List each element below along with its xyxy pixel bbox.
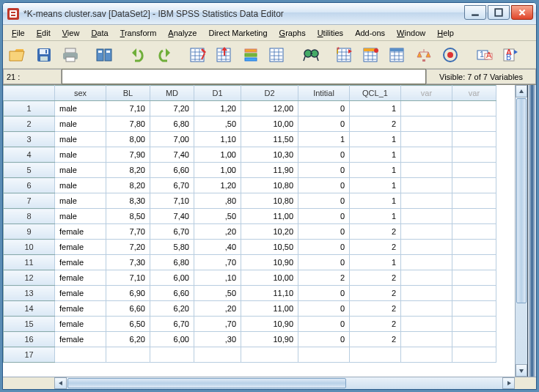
data-grid[interactable]: sex BL MD D1 D2 Intitial QCL_1 var var 1… bbox=[3, 85, 496, 363]
col-var-1[interactable]: var bbox=[401, 86, 452, 101]
cell-d1[interactable]: ,50 bbox=[194, 209, 241, 224]
cell-md[interactable]: 6,80 bbox=[150, 255, 194, 270]
cell-empty[interactable] bbox=[452, 193, 496, 209]
cell-qcl1[interactable]: 2 bbox=[350, 117, 401, 132]
scroll-up-icon[interactable] bbox=[516, 85, 527, 97]
row-header[interactable]: 5 bbox=[4, 163, 55, 178]
cell-qcl1[interactable]: 1 bbox=[350, 193, 401, 209]
cell-bl[interactable]: 7,90 bbox=[106, 147, 150, 163]
cell-d1[interactable]: ,20 bbox=[194, 301, 241, 317]
run-descriptives-icon[interactable] bbox=[265, 43, 289, 67]
cell-empty[interactable] bbox=[452, 255, 496, 270]
cell-d1[interactable]: ,10 bbox=[194, 270, 241, 286]
cell-intitial[interactable]: 0 bbox=[298, 101, 350, 117]
save-icon[interactable] bbox=[32, 43, 56, 67]
cell-qcl1[interactable]: 1 bbox=[350, 178, 401, 193]
scroll-track-vertical[interactable] bbox=[516, 304, 527, 364]
menu-direct-marketing[interactable]: Direct Marketing bbox=[204, 27, 271, 39]
cell-sex[interactable]: female bbox=[55, 270, 106, 286]
col-var-2[interactable]: var bbox=[452, 86, 496, 101]
cell-empty[interactable] bbox=[452, 332, 496, 347]
cell-d2[interactable]: 11,00 bbox=[241, 301, 298, 317]
variables-icon[interactable] bbox=[239, 43, 263, 67]
undo-icon[interactable] bbox=[126, 43, 150, 67]
cell-md[interactable]: 6,70 bbox=[150, 178, 194, 193]
row-header[interactable]: 3 bbox=[4, 132, 55, 147]
cell-d1[interactable]: 1,20 bbox=[194, 178, 241, 193]
cell-d1[interactable]: ,70 bbox=[194, 317, 241, 332]
row-header[interactable]: 11 bbox=[4, 255, 55, 270]
cell-empty[interactable] bbox=[452, 301, 496, 317]
cell-d1[interactable]: 1,10 bbox=[194, 132, 241, 147]
cell-intitial[interactable]: 0 bbox=[298, 117, 350, 132]
cell-md[interactable]: 6,80 bbox=[150, 117, 194, 132]
cell-bl[interactable]: 6,90 bbox=[106, 286, 150, 301]
scroll-left-icon[interactable] bbox=[54, 377, 67, 389]
cell-d2[interactable]: 10,00 bbox=[241, 270, 298, 286]
cell-md[interactable]: 6,20 bbox=[150, 301, 194, 317]
value-labels-icon[interactable]: 1A bbox=[472, 43, 496, 67]
cell-empty[interactable] bbox=[401, 117, 452, 132]
scroll-track-horizontal[interactable] bbox=[347, 377, 502, 389]
cell-empty[interactable] bbox=[452, 117, 496, 132]
cell-d1[interactable]: ,70 bbox=[194, 255, 241, 270]
row-header[interactable]: 12 bbox=[4, 270, 55, 286]
cell-bl[interactable]: 7,10 bbox=[106, 270, 150, 286]
table-row[interactable]: 11female7,306,80,7010,9001 bbox=[4, 255, 496, 270]
horizontal-scrollbar[interactable] bbox=[54, 377, 515, 389]
cell-intitial[interactable]: 0 bbox=[298, 286, 350, 301]
cell-empty[interactable] bbox=[401, 270, 452, 286]
cell-intitial[interactable]: 0 bbox=[298, 255, 350, 270]
cell-sex[interactable]: female bbox=[55, 317, 106, 332]
cell-d1[interactable]: ,40 bbox=[194, 240, 241, 255]
col-d1[interactable]: D1 bbox=[194, 86, 241, 101]
cell-sex[interactable]: female bbox=[55, 255, 106, 270]
cell-empty[interactable] bbox=[401, 317, 452, 332]
cell-md[interactable]: 7,40 bbox=[150, 147, 194, 163]
cell-d2[interactable]: 10,00 bbox=[241, 117, 298, 132]
recall-dialog-icon[interactable] bbox=[92, 43, 116, 67]
grid-corner[interactable] bbox=[4, 86, 55, 101]
cell-bl[interactable]: 6,60 bbox=[106, 301, 150, 317]
cell-intitial[interactable]: 0 bbox=[298, 193, 350, 209]
table-row[interactable]: 14female6,606,20,2011,0002 bbox=[4, 301, 496, 317]
cell-qcl1[interactable]: 2 bbox=[350, 270, 401, 286]
cell-intitial[interactable]: 0 bbox=[298, 332, 350, 347]
maximize-button[interactable] bbox=[488, 5, 510, 20]
row-header[interactable]: 17 bbox=[4, 347, 55, 363]
cell-intitial[interactable]: 0 bbox=[298, 240, 350, 255]
window-resize-edge[interactable] bbox=[527, 85, 536, 377]
table-row[interactable]: 10female7,205,80,4010,5002 bbox=[4, 240, 496, 255]
table-row[interactable]: 16female6,206,00,3010,9002 bbox=[4, 332, 496, 347]
minimize-button[interactable] bbox=[464, 5, 486, 20]
table-row[interactable]: 1male7,107,201,2012,0001 bbox=[4, 101, 496, 117]
insert-variable-icon[interactable] bbox=[359, 43, 383, 67]
cell-qcl1[interactable]: 1 bbox=[350, 163, 401, 178]
cell-sex[interactable]: male bbox=[55, 117, 106, 132]
cell-bl[interactable]: 8,50 bbox=[106, 209, 150, 224]
cell-qcl1[interactable]: 2 bbox=[350, 332, 401, 347]
table-row[interactable]: 9female7,706,70,2010,2002 bbox=[4, 224, 496, 240]
table-row[interactable]: 2male7,806,80,5010,0002 bbox=[4, 117, 496, 132]
row-header[interactable]: 6 bbox=[4, 178, 55, 193]
table-row[interactable]: 4male7,907,401,0010,3001 bbox=[4, 147, 496, 163]
title-bar[interactable]: *K-means cluster.sav [DataSet2] - IBM SP… bbox=[3, 3, 536, 25]
menu-view[interactable]: View bbox=[58, 27, 84, 39]
row-header[interactable]: 1 bbox=[4, 101, 55, 117]
menu-addons[interactable]: Add-ons bbox=[351, 27, 389, 39]
cell-bl[interactable]: 6,20 bbox=[106, 332, 150, 347]
col-sex[interactable]: sex bbox=[55, 86, 106, 101]
cell-sex[interactable]: male bbox=[55, 163, 106, 178]
menu-help[interactable]: Help bbox=[433, 27, 458, 39]
cell-md[interactable]: 7,00 bbox=[150, 132, 194, 147]
cell-qcl1[interactable]: 2 bbox=[350, 301, 401, 317]
open-icon[interactable] bbox=[6, 43, 29, 67]
cell-qcl1[interactable]: 2 bbox=[350, 224, 401, 240]
cell-bl[interactable]: 7,80 bbox=[106, 117, 150, 132]
cell-empty[interactable] bbox=[401, 286, 452, 301]
table-row[interactable]: 15female6,506,70,7010,9002 bbox=[4, 317, 496, 332]
cell-sex[interactable]: male bbox=[55, 193, 106, 209]
cell-intitial[interactable]: 0 bbox=[298, 317, 350, 332]
col-bl[interactable]: BL bbox=[106, 86, 150, 101]
cell-empty[interactable] bbox=[452, 209, 496, 224]
